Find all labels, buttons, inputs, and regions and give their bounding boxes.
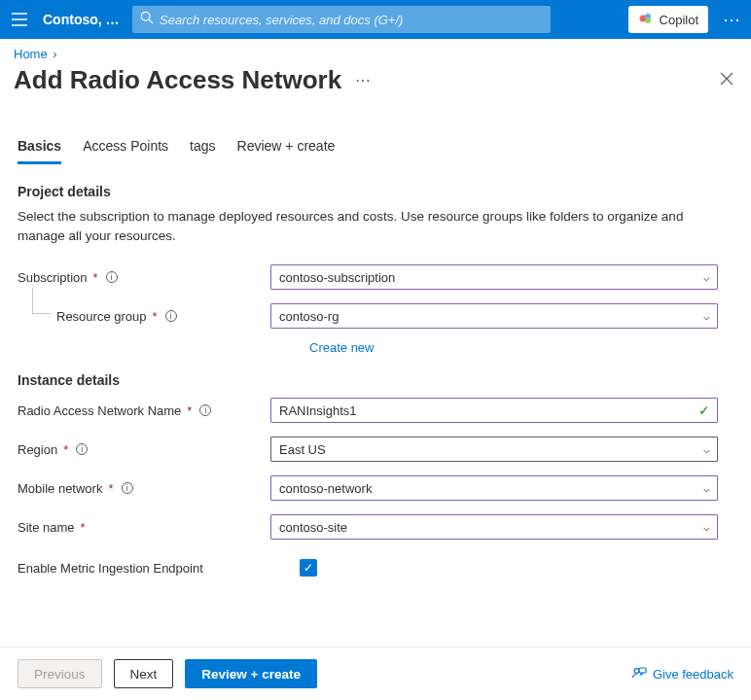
required-asterisk: * — [63, 442, 68, 457]
field-site-name: ⌵ — [270, 514, 718, 540]
label-mobile-network-text: Mobile network — [18, 481, 102, 496]
label-mobile-network: Mobile network * i — [18, 481, 270, 496]
tab-review-create[interactable]: Review + create — [237, 134, 336, 164]
page-title-row: Add Radio Access Network ⋯ — [0, 65, 751, 105]
check-icon: ✓ — [698, 402, 710, 418]
next-button[interactable]: Next — [114, 659, 174, 688]
label-enable-metric-text: Enable Metric Ingestion Endpoint — [18, 561, 203, 576]
field-mobile-network: ⌵ — [270, 475, 718, 501]
row-site-name: Site name * ⌵ — [18, 512, 733, 542]
svg-line-1 — [149, 19, 153, 23]
search-input[interactable] — [160, 13, 543, 27]
info-icon[interactable]: i — [199, 404, 211, 416]
wizard-footer: Previous Next Review + create Give feedb… — [0, 647, 751, 700]
label-resource-group-text: Resource group — [56, 309, 147, 324]
row-ran-name: Radio Access Network Name * i ✓ — [18, 396, 733, 425]
hamburger-menu-icon[interactable] — [8, 8, 31, 31]
row-mobile-network: Mobile network * i ⌵ — [18, 473, 733, 503]
close-icon[interactable] — [716, 66, 737, 94]
region-select[interactable] — [270, 437, 718, 462]
copilot-button[interactable]: Copilot — [628, 6, 708, 33]
copilot-icon — [638, 11, 654, 29]
mobile-network-select[interactable] — [270, 475, 718, 501]
field-subscription: ⌵ — [270, 264, 718, 290]
row-subscription: Subscription * i ⌵ — [18, 262, 733, 292]
give-feedback-link[interactable]: Give feedback — [631, 665, 733, 683]
ran-name-input[interactable] — [270, 398, 718, 423]
section-project-details-desc: Select the subscription to manage deploy… — [18, 207, 733, 245]
required-asterisk: * — [93, 270, 98, 285]
page-title: Add Radio Access Network — [14, 65, 341, 95]
subscription-select[interactable] — [270, 264, 718, 290]
info-icon[interactable]: i — [122, 482, 133, 494]
site-name-select[interactable] — [270, 514, 718, 540]
form-content: Project details Select the subscription … — [0, 164, 751, 582]
review-create-button[interactable]: Review + create — [185, 659, 317, 688]
header-more-icon[interactable]: ⋯ — [720, 9, 743, 30]
create-new-row: Create new — [309, 336, 733, 355]
label-ran-name: Radio Access Network Name * i — [18, 403, 270, 418]
tab-tags[interactable]: tags — [190, 134, 215, 164]
search-icon — [140, 11, 154, 28]
resource-group-select[interactable] — [270, 303, 718, 329]
info-icon[interactable]: i — [165, 310, 177, 322]
copilot-label: Copilot — [660, 13, 698, 27]
global-search[interactable] — [132, 6, 551, 33]
title-more-icon[interactable]: ⋯ — [355, 71, 372, 89]
tab-basics[interactable]: Basics — [18, 134, 61, 164]
label-site-name-text: Site name — [18, 520, 75, 535]
tab-bar: Basics Access Points tags Review + creat… — [0, 105, 751, 164]
feedback-label: Give feedback — [653, 667, 733, 682]
required-asterisk: * — [108, 481, 113, 496]
label-region-text: Region — [18, 442, 57, 457]
breadcrumb-home[interactable]: Home — [14, 47, 48, 61]
create-new-link[interactable]: Create new — [309, 340, 374, 355]
svg-point-0 — [141, 12, 150, 20]
breadcrumb: Home › — [0, 39, 751, 65]
label-ran-name-text: Radio Access Network Name — [18, 403, 181, 418]
label-resource-group: Resource group * i — [56, 309, 270, 324]
enable-metric-checkbox[interactable]: ✓ — [300, 559, 317, 577]
section-instance-details-title: Instance details — [18, 372, 733, 388]
chevron-right-icon: › — [53, 47, 56, 61]
required-asterisk: * — [153, 309, 158, 324]
row-region: Region * i ⌵ — [18, 435, 733, 464]
svg-point-5 — [634, 668, 639, 673]
row-resource-group: Resource group * i ⌵ — [56, 301, 733, 331]
tab-access-points[interactable]: Access Points — [83, 134, 168, 164]
section-project-details-title: Project details — [18, 184, 733, 199]
label-subscription-text: Subscription — [18, 270, 88, 285]
info-icon[interactable]: i — [76, 443, 88, 455]
label-site-name: Site name * — [18, 520, 270, 535]
portal-header: Contoso, L... Copilot ⋯ — [0, 0, 751, 39]
field-region: ⌵ — [270, 437, 718, 462]
field-resource-group: ⌵ — [270, 303, 718, 329]
field-ran-name: ✓ — [270, 398, 718, 423]
row-enable-metric: Enable Metric Ingestion Endpoint ✓ — [18, 553, 733, 582]
label-region: Region * i — [18, 442, 270, 457]
label-enable-metric: Enable Metric Ingestion Endpoint — [18, 561, 300, 576]
tenant-name[interactable]: Contoso, L... — [43, 12, 121, 27]
svg-rect-6 — [639, 668, 646, 673]
required-asterisk: * — [81, 520, 86, 535]
label-subscription: Subscription * i — [18, 270, 270, 285]
feedback-icon — [631, 665, 647, 683]
info-icon[interactable]: i — [106, 271, 118, 283]
required-asterisk: * — [187, 403, 192, 418]
previous-button: Previous — [18, 659, 102, 688]
svg-point-4 — [645, 18, 651, 23]
